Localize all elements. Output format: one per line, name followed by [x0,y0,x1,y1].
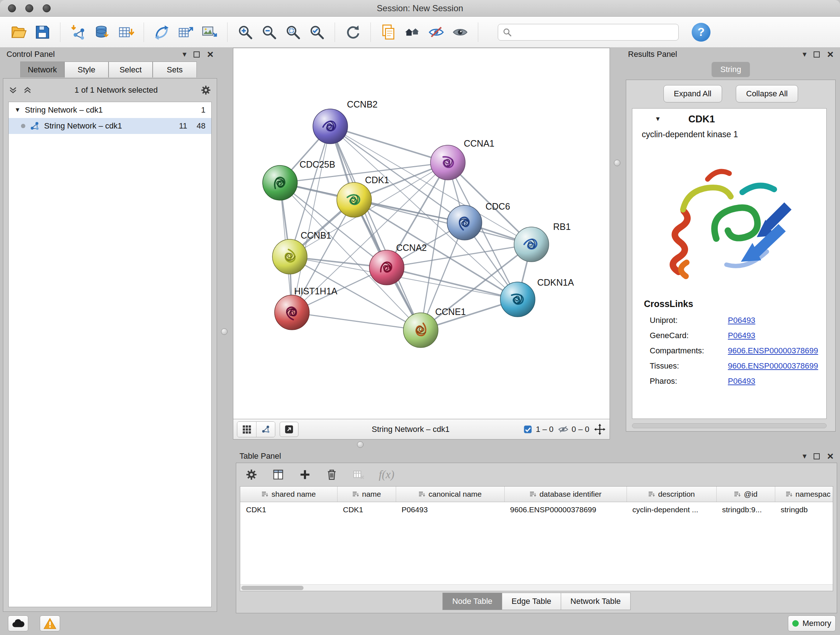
panel-close-icon[interactable]: × [827,50,834,59]
results-tab-string[interactable]: String [712,62,750,77]
network-node-CDC6[interactable] [447,205,482,240]
panel-close-icon[interactable]: × [827,452,834,461]
cloud-sync-button[interactable] [8,616,28,631]
documents-button[interactable] [378,21,399,43]
panel-maximize-icon[interactable] [813,453,820,459]
show-columns-button[interactable] [272,468,285,481]
eye-button[interactable] [450,21,471,43]
import-network-button[interactable] [68,21,88,43]
tab-sets[interactable]: Sets [153,62,197,78]
tab-network[interactable]: Network [20,62,65,78]
expand-all-icon[interactable] [8,86,18,95]
crosslink-link[interactable]: 9606.ENSP00000378699 [728,346,818,356]
network-from-table-button[interactable] [175,21,196,43]
network-node-CCNB2[interactable] [313,109,347,144]
open-folder-button[interactable] [8,21,29,43]
results-scrollbar[interactable] [632,423,827,428]
tab-edge-table[interactable]: Edge Table [502,593,561,610]
column-header-description[interactable]: description [627,486,716,502]
cell-id[interactable]: stringdb:9... [716,502,775,518]
tab-node-table[interactable]: Node Table [442,593,502,610]
column-header-id[interactable]: @id [716,486,775,502]
import-database-button[interactable] [92,21,112,43]
column-header-database-identifier[interactable]: database identifier [504,486,627,502]
checkbox-icon[interactable] [523,424,533,434]
eye-slash-icon[interactable] [558,424,569,435]
splitter-handle-bottom[interactable] [357,441,363,448]
cell-database-identifier[interactable]: 9606.ENSP00000378699 [504,502,627,518]
column-header-shared-name[interactable]: shared name [240,486,337,502]
network-node-CDKN1A[interactable] [500,282,535,317]
panel-maximize-icon[interactable] [194,51,200,57]
refresh-button[interactable] [342,21,363,43]
gear-icon[interactable] [200,84,212,96]
help-button[interactable]: ? [692,23,711,42]
column-header-name[interactable]: name [337,486,396,502]
crosslink-link[interactable]: P06493 [728,377,755,386]
tab-select[interactable]: Select [109,62,153,78]
network-node-CDC25B[interactable] [263,165,297,200]
delete-table-button[interactable] [352,468,365,481]
warnings-button[interactable] [40,616,60,631]
crosslink-link[interactable]: P06493 [728,316,755,325]
home-button[interactable] [402,21,423,43]
column-header-canonical-name[interactable]: canonical name [396,486,504,502]
cell-shared-name[interactable]: CDK1 [240,502,337,518]
pan-move-icon[interactable] [594,423,606,435]
detach-view-button[interactable] [279,422,298,437]
cell-description[interactable]: cyclin-dependent ... [627,502,716,518]
column-header-namespace[interactable]: namespac [775,486,833,502]
tab-network-table[interactable]: Network Table [561,593,630,610]
memory-button[interactable]: Memory [788,616,836,631]
network-arrows-button[interactable] [151,21,172,43]
network-node-RB1[interactable] [514,227,549,262]
tab-style[interactable]: Style [65,62,109,78]
network-row[interactable]: String Network – cdk1 11 48 [9,118,211,134]
import-table-button[interactable] [115,21,136,43]
zoom-selected-button[interactable] [306,21,327,43]
create-column-button[interactable] [298,468,311,481]
scrollbar-thumb[interactable] [241,586,303,590]
table-settings-button[interactable] [245,468,258,481]
eye-hide-button[interactable] [426,21,447,43]
network-node-CCNA2[interactable] [369,250,404,285]
table-horizontal-scrollbar[interactable] [240,584,833,591]
table-row[interactable]: CDK1 CDK1 P06493 9606.ENSP00000378699 cy… [240,502,833,518]
splitter-handle-left[interactable] [221,328,227,335]
panel-float-icon[interactable]: ▾ [802,452,806,460]
zoom-out-button[interactable] [259,21,279,43]
network-node-CDK1[interactable] [337,182,371,217]
network-node-CCNE1[interactable] [403,313,438,348]
crosslink-link[interactable]: 9606.ENSP00000378699 [728,361,818,371]
disclosure-triangle-icon[interactable]: ▼ [14,106,21,114]
zoom-in-button[interactable] [235,21,256,43]
collapse-all-icon[interactable] [23,86,32,95]
zoom-fit-button[interactable] [283,21,303,43]
export-image-button[interactable] [199,21,220,43]
save-button[interactable] [32,21,53,43]
splitter-handle-right[interactable] [614,160,621,166]
network-graph[interactable]: CCNB2CCNA1CDC25BCDK1CDC6RB1CCNB1CCNA2CDK… [233,48,609,419]
panel-float-icon[interactable]: ▾ [182,50,186,58]
birdseye-view-button[interactable] [256,422,275,437]
collapse-all-button[interactable]: Collapse All [736,85,798,103]
grid-view-button[interactable] [237,422,256,437]
delete-column-button[interactable] [325,468,338,481]
network-collection-row[interactable]: ▼ String Network – cdk1 1 [9,102,211,118]
expand-all-button[interactable]: Expand All [663,85,722,103]
search-input[interactable] [515,27,674,37]
cell-name[interactable]: CDK1 [337,502,396,518]
cell-canonical-name[interactable]: P06493 [396,502,504,518]
panel-maximize-icon[interactable] [813,51,820,57]
cell-namespace[interactable]: stringdb [775,502,833,518]
crosslink-link[interactable]: P06493 [728,331,755,340]
panel-close-icon[interactable]: × [207,50,213,59]
network-node-CCNA1[interactable] [431,145,465,180]
network-canvas[interactable]: CCNB2CCNA1CDC25BCDK1CDC6RB1CCNB1CCNA2CDK… [233,48,610,419]
function-builder-button[interactable]: f(x) [379,468,394,481]
node-label-CDKN1A: CDKN1A [537,277,574,287]
entry-disclosure-icon[interactable]: ▼ [655,116,661,123]
network-node-HIST1H1A[interactable] [275,295,309,330]
panel-float-icon[interactable]: ▾ [802,50,806,58]
network-node-CCNB1[interactable] [272,239,307,274]
